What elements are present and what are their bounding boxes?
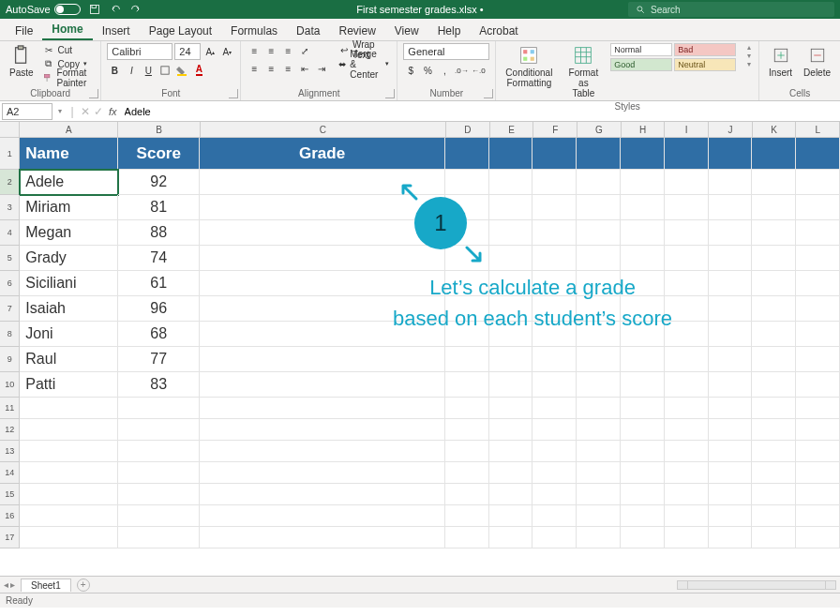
cell[interactable] bbox=[796, 372, 840, 398]
cell[interactable] bbox=[532, 484, 577, 505]
cell[interactable] bbox=[796, 220, 840, 246]
cell[interactable] bbox=[709, 322, 753, 347]
cell[interactable] bbox=[796, 246, 840, 271]
cell[interactable] bbox=[445, 195, 489, 220]
row-header[interactable]: 16 bbox=[0, 505, 20, 527]
decrease-decimal-icon[interactable]: ←.0 bbox=[471, 63, 486, 78]
decrease-font-icon[interactable]: A▾ bbox=[219, 44, 234, 59]
cell[interactable]: 92 bbox=[118, 170, 200, 195]
align-left-icon[interactable]: ≡ bbox=[247, 61, 262, 76]
column-header-A[interactable]: A bbox=[20, 122, 118, 138]
cell[interactable] bbox=[200, 347, 444, 372]
cell[interactable] bbox=[532, 220, 577, 246]
clipboard-dialog-launcher-icon[interactable] bbox=[89, 89, 98, 98]
decrease-indent-icon[interactable]: ⇤ bbox=[297, 61, 312, 76]
font-size-combo[interactable]: 24 bbox=[174, 43, 201, 60]
column-header-E[interactable]: E bbox=[490, 122, 534, 138]
cell[interactable] bbox=[709, 246, 753, 271]
cell[interactable] bbox=[665, 441, 709, 462]
cell[interactable] bbox=[752, 170, 796, 195]
insert-cells-button[interactable]: Insert bbox=[765, 43, 796, 80]
cell[interactable] bbox=[709, 527, 753, 548]
row-header[interactable]: 15 bbox=[0, 484, 20, 505]
undo-icon[interactable] bbox=[109, 3, 122, 16]
cell[interactable] bbox=[796, 398, 840, 419]
row-header[interactable]: 4 bbox=[0, 220, 20, 246]
increase-font-icon[interactable]: A▴ bbox=[202, 44, 218, 59]
menu-tab-home[interactable]: Home bbox=[42, 19, 92, 40]
style-bad[interactable]: Bad bbox=[674, 43, 736, 56]
cell[interactable] bbox=[665, 246, 709, 271]
style-neutral[interactable]: Neutral bbox=[674, 58, 736, 71]
merge-center-button[interactable]: ⬌ Merge & Center ▾ bbox=[337, 57, 391, 70]
cell[interactable] bbox=[489, 419, 533, 441]
cell[interactable]: 96 bbox=[118, 296, 200, 322]
cell[interactable] bbox=[577, 527, 621, 548]
row-header[interactable]: 6 bbox=[0, 271, 20, 296]
style-good[interactable]: Good bbox=[610, 58, 672, 71]
cell[interactable] bbox=[665, 220, 709, 246]
cell[interactable] bbox=[621, 398, 665, 419]
cell[interactable] bbox=[665, 372, 709, 398]
cell[interactable] bbox=[118, 527, 200, 548]
accounting-format-icon[interactable]: $ bbox=[403, 63, 418, 78]
cell[interactable] bbox=[796, 462, 840, 484]
cell[interactable]: 81 bbox=[118, 195, 200, 220]
cell[interactable]: 77 bbox=[118, 347, 200, 372]
align-middle-icon[interactable]: ≡ bbox=[263, 43, 278, 58]
cell[interactable] bbox=[665, 398, 709, 419]
cell[interactable] bbox=[489, 195, 533, 220]
cell[interactable] bbox=[489, 441, 533, 462]
cell[interactable] bbox=[577, 462, 621, 484]
cell[interactable] bbox=[577, 271, 621, 296]
cell[interactable]: 88 bbox=[118, 220, 200, 246]
underline-button[interactable]: U bbox=[141, 63, 156, 78]
cell[interactable] bbox=[20, 441, 118, 462]
menu-tab-insert[interactable]: Insert bbox=[93, 21, 140, 40]
redo-icon[interactable] bbox=[129, 3, 142, 16]
cell[interactable] bbox=[445, 220, 489, 246]
column-header-L[interactable]: L bbox=[796, 122, 840, 138]
cell[interactable] bbox=[532, 398, 577, 419]
cell[interactable] bbox=[709, 419, 753, 441]
font-color-button[interactable]: A bbox=[191, 63, 206, 78]
align-bottom-icon[interactable]: ≡ bbox=[280, 43, 295, 58]
number-format-combo[interactable]: General bbox=[403, 43, 489, 60]
cell[interactable] bbox=[532, 462, 577, 484]
align-center-icon[interactable]: ≡ bbox=[263, 61, 278, 76]
cell[interactable] bbox=[489, 484, 533, 505]
cell[interactable] bbox=[752, 322, 796, 347]
cell[interactable] bbox=[752, 220, 796, 246]
cell[interactable] bbox=[577, 220, 621, 246]
alignment-dialog-launcher-icon[interactable] bbox=[385, 89, 395, 98]
cell[interactable] bbox=[621, 296, 665, 322]
cell[interactable] bbox=[200, 484, 444, 505]
cell[interactable] bbox=[621, 271, 665, 296]
bold-button[interactable]: B bbox=[107, 63, 122, 78]
cell[interactable] bbox=[752, 347, 796, 372]
cell[interactable] bbox=[489, 347, 533, 372]
cell[interactable] bbox=[709, 138, 753, 170]
cell[interactable] bbox=[577, 322, 621, 347]
cell[interactable] bbox=[489, 322, 533, 347]
cell[interactable] bbox=[665, 195, 709, 220]
cell[interactable] bbox=[577, 419, 621, 441]
cell[interactable]: Adele bbox=[20, 170, 118, 195]
cell[interactable] bbox=[200, 195, 444, 220]
row-header[interactable]: 11 bbox=[0, 398, 20, 419]
cell[interactable] bbox=[489, 527, 533, 548]
cell[interactable] bbox=[489, 372, 533, 398]
horizontal-scrollbar[interactable] bbox=[677, 580, 836, 590]
align-right-icon[interactable]: ≡ bbox=[280, 61, 295, 76]
cell[interactable] bbox=[200, 220, 444, 246]
cell[interactable] bbox=[752, 195, 796, 220]
cell[interactable] bbox=[532, 505, 577, 527]
cell[interactable] bbox=[200, 441, 444, 462]
row-header[interactable]: 8 bbox=[0, 322, 20, 347]
increase-indent-icon[interactable]: ⇥ bbox=[314, 61, 329, 76]
cell[interactable] bbox=[665, 322, 709, 347]
cell[interactable] bbox=[118, 441, 200, 462]
spreadsheet-grid[interactable]: ABCDEFGHIJKL 1NameScoreGrade2Adele923Mir… bbox=[0, 122, 840, 576]
cell[interactable] bbox=[709, 347, 753, 372]
column-header-G[interactable]: G bbox=[578, 122, 622, 138]
